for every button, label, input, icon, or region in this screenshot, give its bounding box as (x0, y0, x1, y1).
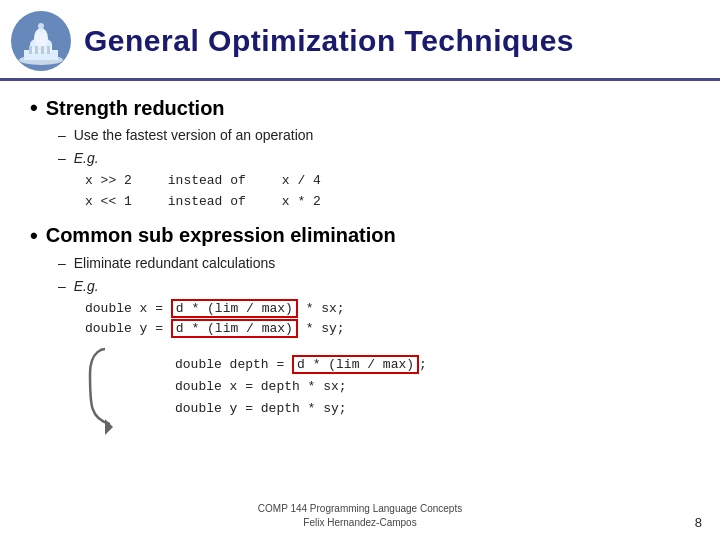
code-line-2: double y = d * (lim / max) * sy; (85, 319, 690, 340)
svg-marker-12 (105, 419, 113, 435)
table-row: x << 1 instead of x * 2 (85, 192, 327, 213)
slide: General Optimization Techniques Strength… (0, 0, 720, 540)
logo-icon (10, 10, 72, 72)
instead-of-cell: instead of (138, 192, 252, 213)
svg-point-7 (38, 23, 44, 29)
slide-title: General Optimization Techniques (84, 24, 574, 58)
section1-sub2: – E.g. (58, 148, 690, 169)
section1-sub1: – Use the fastest version of an operatio… (58, 125, 690, 146)
result-line-2: double x = depth * sx; (175, 376, 427, 398)
section1-heading: Strength reduction (30, 95, 690, 121)
code-cell: x << 1 (85, 192, 138, 213)
section2-sub2: – E.g. (58, 276, 690, 297)
svg-rect-8 (29, 46, 32, 54)
slide-header: General Optimization Techniques (0, 0, 720, 81)
section2-sub1: – Eliminate redundant calculations (58, 253, 690, 274)
instead-of-cell: instead of (138, 171, 252, 192)
arrow-icon (85, 344, 175, 444)
footer-line1: COMP 144 Programming Language Concepts (0, 502, 720, 516)
table-row: x >> 2 instead of x / 4 (85, 171, 327, 192)
footer: COMP 144 Programming Language Concepts F… (0, 502, 720, 530)
result-highlight: d * (lim / max) (292, 355, 419, 374)
page-number: 8 (695, 515, 702, 530)
original-cell: x / 4 (252, 171, 327, 192)
footer-line2: Felix Hernandez-Campos (0, 516, 720, 530)
code-cell: x >> 2 (85, 171, 138, 192)
section2-before-code: double x = d * (lim / max) * sx; double … (85, 299, 690, 341)
section1-code: x >> 2 instead of x / 4 x << 1 instead o… (85, 171, 690, 213)
svg-rect-9 (35, 46, 38, 54)
result-line-1: double depth = d * (lim / max); (175, 354, 427, 376)
svg-rect-10 (41, 46, 44, 54)
original-cell: x * 2 (252, 192, 327, 213)
highlight-1: d * (lim / max) (171, 299, 298, 318)
svg-rect-11 (47, 46, 50, 54)
code-line-1: double x = d * (lim / max) * sx; (85, 299, 690, 320)
arrow-result-area: double depth = d * (lim / max); double x… (85, 344, 690, 454)
result-code-block: double depth = d * (lim / max); double x… (175, 354, 427, 420)
result-line-3: double y = depth * sy; (175, 398, 427, 420)
section2-heading: Common sub expression elimination (30, 223, 690, 249)
slide-content: Strength reduction – Use the fastest ver… (0, 81, 720, 464)
highlight-2: d * (lim / max) (171, 319, 298, 338)
